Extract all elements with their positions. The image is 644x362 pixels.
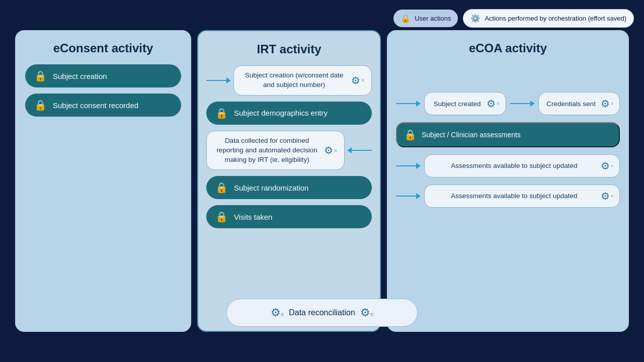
assessments-updated-1-box: Assessments available to subject updated…: [424, 154, 620, 177]
irt-creation-text: Subject creation (w/consent date and sub…: [241, 71, 347, 90]
visits-taken-btn[interactable]: 🔒 Visits taken: [206, 205, 372, 228]
subject-consent-btn[interactable]: 🔒 Subject consent recorded: [25, 94, 181, 117]
subject-randomization-label: Subject randomization: [234, 184, 308, 192]
legend-user-label: User actions: [415, 15, 451, 22]
subject-creation-label: Subject creation: [53, 72, 107, 80]
gear-icon-ecoa-4: ⚙≡: [601, 190, 613, 202]
gear-icon-ecoa-1: ⚙≡: [487, 98, 499, 110]
arrow-line-1: [206, 80, 230, 81]
person-icon-6: 🔒: [404, 129, 417, 141]
arrow-irt-ecoa-3: [396, 165, 420, 166]
assessments-updated-2-text: Assessments available to subject updated: [431, 192, 598, 201]
irt-data-text: Data collected for combined reporting an…: [214, 136, 320, 165]
clinician-assessments-label: Subject / Clinician assessments: [422, 131, 521, 139]
person-icon-2: 🔒: [34, 99, 47, 111]
irt-title: IRT activity: [206, 42, 372, 56]
clinician-assessments-btn[interactable]: 🔒 Subject / Clinician assessments: [396, 122, 620, 147]
irt-orchestration-creation: Subject creation (w/consent date and sub…: [233, 65, 372, 96]
arrow-line-left: [348, 150, 372, 151]
assessments-updated-1-text: Assessments available to subject updated: [431, 161, 598, 170]
arrow-line-ecoa-4: [396, 196, 420, 197]
data-reconciliation-bar: ⚙≡ Data reconciliation ⚙≡: [226, 299, 418, 327]
main-layout: eConsent activity 🔒 Subject creation 🔒 S…: [15, 30, 629, 332]
gear-icon-ecoa-2: ⚙≡: [601, 98, 613, 110]
arrow-ecoa-irt: [348, 150, 372, 151]
legend-user-actions: 🔒 User actions: [393, 10, 458, 27]
arrow-line-ecoa-1: [396, 103, 420, 104]
gear-recon-left: ⚙≡: [271, 306, 284, 319]
recon-label: Data reconciliation: [289, 308, 355, 317]
irt-item-1-row: Subject creation (w/consent date and sub…: [206, 65, 372, 96]
subject-demographics-label: Subject demographics entry: [234, 109, 328, 117]
subject-creation-btn[interactable]: 🔒 Subject creation: [25, 64, 181, 87]
person-icon-3: 🔒: [215, 107, 228, 119]
gear-legend-icon: ⚙️: [470, 14, 480, 23]
arrow-line-ecoa-3: [396, 165, 420, 166]
ecoa-row-4: Assessments available to subject updated…: [396, 185, 620, 208]
person-icon-5: 🔒: [215, 211, 228, 223]
legend-orch-label: Actions performed by orchestration (effo…: [485, 15, 626, 22]
econsent-title: eConsent activity: [25, 41, 181, 55]
assessments-updated-2-box: Assessments available to subject updated…: [424, 185, 620, 208]
gear-icon-irt-1: ⚙≡: [351, 74, 364, 86]
credentials-sent-box: Credentials sent ⚙≡: [538, 92, 620, 115]
ecoa-title: eCOA activity: [396, 41, 620, 55]
gear-recon-right: ⚙≡: [360, 306, 373, 319]
subject-randomization-btn[interactable]: 🔒 Subject randomization: [206, 176, 372, 199]
subject-consent-label: Subject consent recorded: [53, 101, 138, 110]
arrow-line-cred: [510, 103, 534, 104]
visits-taken-label: Visits taken: [234, 213, 272, 221]
bottom-recon-wrap: ⚙≡ Data reconciliation ⚙≡: [226, 299, 418, 327]
arrow-irt-ecoa-4: [396, 196, 420, 197]
legend: 🔒 User actions ⚙️ Actions performed by o…: [393, 9, 634, 28]
legend-orchestration: ⚙️ Actions performed by orchestration (e…: [463, 9, 634, 28]
credentials-sent-text: Credentials sent: [545, 100, 598, 108]
person-icon-1: 🔒: [34, 70, 47, 82]
gear-icon-ecoa-3: ⚙≡: [601, 160, 613, 172]
ecoa-row-1: Subject created ⚙≡ Credentials sent ⚙≡: [396, 92, 620, 115]
person-icon-4: 🔒: [215, 182, 228, 194]
ecoa-row-3: Assessments available to subject updated…: [396, 154, 620, 177]
user-icon: 🔒: [400, 14, 411, 23]
subject-created-box: Subject created ⚙≡: [424, 92, 506, 115]
irt-items: Subject creation (w/consent date and sub…: [206, 65, 372, 228]
ecoa-items: Subject created ⚙≡ Credentials sent ⚙≡ 🔒…: [396, 92, 620, 208]
arrow-irt-ecoa-1: [396, 103, 420, 104]
subject-demographics-btn[interactable]: 🔒 Subject demographics entry: [206, 102, 372, 125]
irt-data-collected: Data collected for combined reporting an…: [206, 131, 345, 170]
arrow-econsent-irt-1: [206, 80, 230, 81]
subject-created-text: Subject created: [431, 100, 484, 108]
econsent-items: 🔒 Subject creation 🔒 Subject consent rec…: [25, 64, 181, 117]
arrow-credentials: [510, 103, 534, 104]
irt-column: IRT activity Subject creation (w/consent…: [197, 30, 381, 332]
econsent-column: eConsent activity 🔒 Subject creation 🔒 S…: [15, 30, 191, 332]
irt-item-3-row: Data collected for combined reporting an…: [206, 131, 372, 170]
gear-icon-irt-3: ⚙≡: [324, 144, 337, 156]
ecoa-column: eCOA activity Subject created ⚙≡ Credent…: [387, 30, 629, 332]
